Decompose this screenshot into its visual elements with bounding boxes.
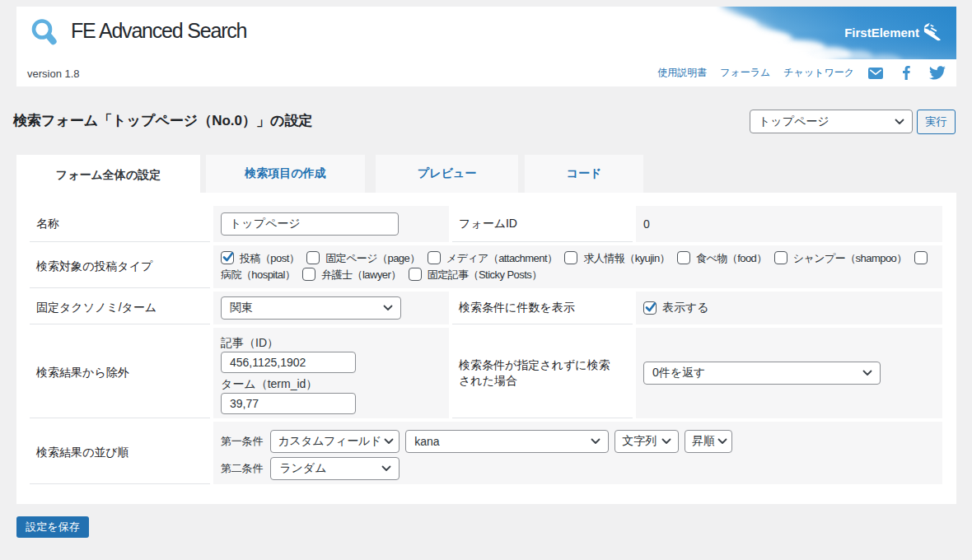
svg-text:FirstElement: FirstElement [844, 26, 919, 40]
